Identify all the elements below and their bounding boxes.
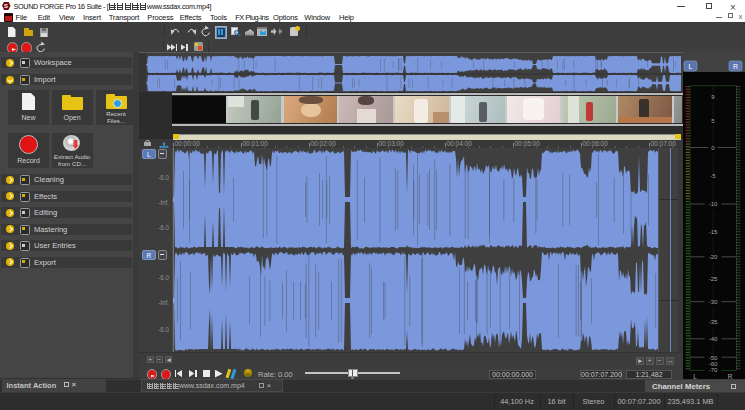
svg-text:-20: -20 [709,254,718,260]
svg-text:L: L [689,63,693,70]
svg-text:-30: -30 [709,299,718,305]
svg-text:-40: -40 [709,336,718,342]
svg-text:-25: -25 [709,276,718,282]
svg-text:-50: -50 [709,355,718,361]
svg-text:-70: -70 [709,367,718,373]
svg-text:-5: -5 [710,173,716,179]
svg-text:-15: -15 [709,229,718,235]
svg-text:R: R [733,63,738,70]
svg-text:-35: -35 [709,319,718,325]
svg-text:-10: -10 [709,201,718,207]
